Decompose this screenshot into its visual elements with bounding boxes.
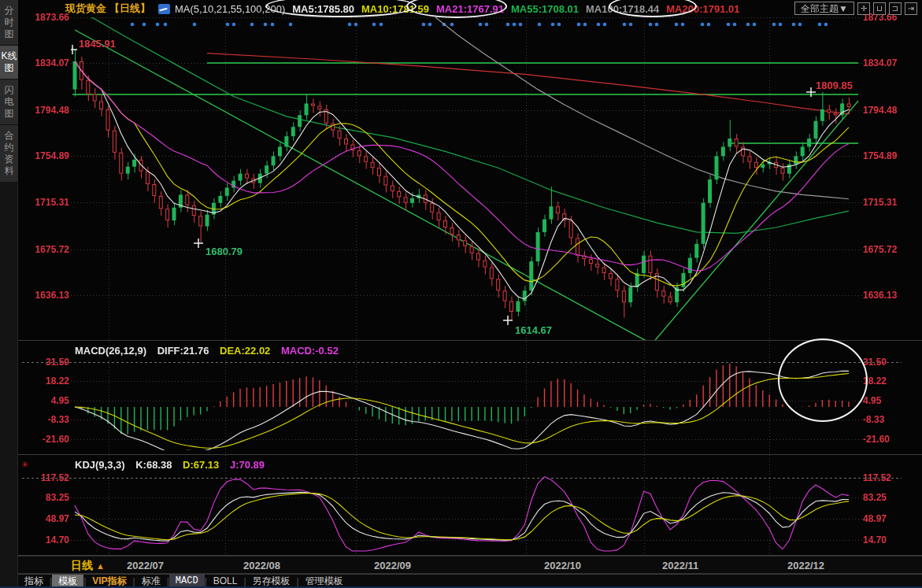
- sidebar-item-kline[interactable]: K线图: [0, 46, 18, 80]
- axis-right-icon[interactable]: ⊐: [889, 2, 902, 15]
- sidebar-item-contract-info[interactable]: 合约资料: [0, 125, 18, 183]
- y-axis-label: 18.22: [863, 375, 887, 386]
- sidebar-item-lightning[interactable]: 闪电图: [0, 80, 18, 125]
- kdj-j-value: J:70.89: [230, 459, 265, 471]
- macd-panel-header: MACD(26,12,9) DIFF:21.76 DEA:22.02 MACD:…: [75, 345, 346, 357]
- y-axis-label: 1834.07: [863, 57, 897, 68]
- y-axis-label: 14.70: [20, 534, 69, 545]
- y-axis-label: 1636.13: [863, 290, 897, 301]
- y-axis-label: 18.22: [20, 375, 69, 386]
- y-axis-label: 48.97: [863, 513, 887, 524]
- y-axis-label: 31.50: [20, 357, 69, 368]
- kdj-settings-icon[interactable]: ✳: [21, 460, 28, 470]
- ma10-value: MA10:1781.59: [361, 3, 429, 15]
- price-annotation: 1614.67: [515, 324, 552, 336]
- y-axis-label: 1675.72: [20, 244, 69, 255]
- sidebar-item-timeshare[interactable]: 分时图: [0, 0, 18, 46]
- theme-dropdown-button[interactable]: 全部主题▼: [794, 2, 854, 15]
- month-label: 2022/10: [544, 560, 581, 571]
- y-axis-label: 14.70: [863, 534, 887, 545]
- month-label: 2022/12: [787, 560, 824, 571]
- chart-header: 现货黄金 【日线】 MA(5,10,21,55,100,200) MA5:178…: [18, 0, 922, 17]
- month-label: 2022/08: [243, 560, 280, 571]
- y-axis-label: 1834.07: [20, 57, 69, 68]
- y-axis-label: 117.52: [863, 472, 891, 483]
- kline-mini-icon: [158, 4, 170, 14]
- period-selector[interactable]: 日线 ▲: [71, 559, 105, 573]
- axis-left-icon[interactable]: ⊔: [873, 2, 886, 15]
- y-axis-label: 1715.31: [863, 197, 897, 208]
- y-axis-label: 1675.72: [863, 244, 897, 255]
- price-annotation: 1680.79: [206, 246, 243, 257]
- period-label: 日线: [71, 559, 93, 571]
- macd-hist-value: MACD:-0.52: [281, 345, 339, 357]
- header-toolbar: 全部主题▼ ✛ ⊔ ⊐ ⇥: [794, 2, 917, 15]
- sidebar: 分时图 K线图 闪电图 合约资料: [0, 0, 18, 588]
- triangle-up-icon: ▲: [96, 561, 105, 571]
- month-label: 2022/07: [127, 560, 164, 571]
- y-axis-label: 1794.48: [863, 105, 897, 116]
- ma55-value: MA55:1708.01: [511, 3, 579, 15]
- ma-settings-label[interactable]: MA(5,10,21,55,100,200): [175, 3, 285, 15]
- month-label: 2022/09: [374, 560, 411, 571]
- kdj-k-value: K:68.38: [135, 459, 172, 471]
- y-axis-label: 31.50: [863, 357, 887, 368]
- y-axis-label: 4.95: [863, 395, 881, 406]
- y-axis-label: 1794.48: [20, 105, 69, 116]
- price-annotation: 1845.91: [79, 38, 116, 50]
- kdj-d-value: D:67.13: [183, 459, 219, 471]
- y-axis-label: -8.33: [863, 414, 884, 425]
- pan-icon[interactable]: ✛: [857, 2, 870, 15]
- y-axis-label: -21.60: [863, 434, 890, 445]
- y-axis-label: 1715.31: [20, 197, 69, 208]
- y-axis-label: -8.33: [20, 414, 69, 425]
- y-axis-label: 1754.89: [863, 150, 897, 161]
- y-axis-label: 1636.13: [20, 290, 69, 301]
- kdj-panel-header: KDJ(9,3,3) K:68.38 D:67.13 J:70.89: [75, 459, 272, 471]
- ma100-value: MA100:1718.44: [586, 3, 659, 15]
- y-axis-label: 83.25: [20, 492, 69, 503]
- macd-title[interactable]: MACD(26,12,9): [75, 345, 146, 357]
- y-axis-label: 4.95: [20, 395, 69, 406]
- time-axis-row: 日线 ▲ 2022/072022/082022/092022/102022/11…: [18, 556, 922, 574]
- macd-dea-value: DEA:22.02: [220, 345, 270, 357]
- kdj-title[interactable]: KDJ(9,3,3): [75, 459, 125, 471]
- y-axis-label: 117.52: [20, 472, 69, 483]
- y-axis-label: -21.60: [20, 434, 69, 445]
- price-annotation: 1809.85: [816, 80, 853, 91]
- month-label: 2022/11: [662, 560, 698, 571]
- symbol-name[interactable]: 现货黄金: [65, 2, 106, 16]
- chart-canvas[interactable]: [0, 0, 922, 588]
- ma21-value: MA21:1767.91: [436, 3, 504, 15]
- macd-diff-value: DIFF:21.76: [157, 345, 209, 357]
- ma200-value: MA200:1791.01: [666, 3, 739, 15]
- y-axis-label: 83.25: [863, 492, 887, 503]
- period-tag: 【日线】: [109, 2, 150, 16]
- y-axis-label: 1754.89: [20, 150, 69, 161]
- popout-icon[interactable]: ⇥: [905, 2, 917, 15]
- ma5-value: MA5:1785.80: [292, 3, 354, 15]
- y-axis-label: 48.97: [20, 513, 69, 524]
- trading-app-window: 分时图 K线图 闪电图 合约资料 现货黄金 【日线】 MA(5,10,21,55…: [0, 0, 922, 588]
